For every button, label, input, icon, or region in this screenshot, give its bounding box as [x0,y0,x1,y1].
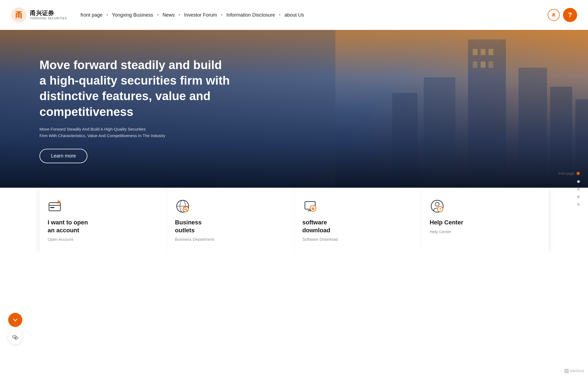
page-dot-item-4[interactable] [577,196,580,198]
svg-text:?: ? [439,208,441,211]
card-open-account[interactable]: I want to open an account Open Account [39,188,167,252]
page-dot-item-5[interactable] [577,203,580,206]
header-logo-btn[interactable]: 甬 [548,9,560,21]
nav-sep-5: • [278,12,282,18]
nav-sep-4: • [220,12,223,18]
svg-point-40 [435,202,439,206]
software-download-icon-area [302,199,318,214]
card-business-outlets-title: Business outlets [175,219,202,234]
nav-item-news[interactable]: News [160,11,177,20]
card-help-center[interactable]: ? Help Center Help Center [421,188,549,252]
card-open-account-sub: Open Account [48,237,73,242]
page-dot-3 [577,188,580,191]
logo-cn: 甬兴证券 [30,10,67,17]
logo[interactable]: 甬 甬兴证券 YONGXING SECURITIES [11,7,67,23]
help-button[interactable]: ? [563,8,577,22]
svg-text:甬: 甬 [15,11,23,19]
learn-more-button[interactable]: Learn more [39,149,87,163]
page-dot-5 [577,203,580,206]
svg-point-31 [183,206,188,212]
header: 甬 甬兴证券 YONGXING SECURITIES front page • … [0,0,588,30]
help-center-icon-area: ? [430,199,445,214]
hero-section: Move forward steadily and build a high-q… [0,30,588,188]
business-outlets-icon [175,199,190,214]
card-business-outlets-sub: Business Department [175,237,214,242]
svg-text:甬: 甬 [552,13,556,17]
page-dot-4 [577,196,580,198]
card-help-center-sub: Help Center [430,229,451,234]
page-dot-label-1: front page [558,171,574,175]
business-outlets-icon-area [175,199,190,214]
card-software-download-sub: Software Download [302,237,338,242]
open-account-icon-area [48,199,63,214]
open-account-icon [48,199,63,214]
card-software-download-title: software download [302,219,330,234]
help-center-icon: ? [430,199,445,214]
logo-en: YONGXING SECURITIES [30,17,67,20]
hero-title: Move forward steadily and build a high-q… [39,57,230,119]
nav-sep-3: • [177,12,181,18]
page-dot-item-1[interactable]: front page [558,171,580,175]
card-business-outlets[interactable]: Business outlets Business Department [167,188,294,252]
nav-item-about-us[interactable]: about Us [282,11,307,20]
header-logo-icon: 甬 [550,12,557,18]
nav-item-yongxing-business[interactable]: Yongxing Business [109,11,156,20]
card-open-account-title: I want to open an account [48,219,88,234]
card-software-download[interactable]: software download Software Download [294,188,422,252]
hero-subtitle: Move Forward Steadily And Build A High-Q… [39,126,230,139]
nav-sep-2: • [156,12,160,18]
logo-icon: 甬 [11,7,27,23]
svg-rect-25 [50,207,54,208]
page-dot-item-3[interactable] [577,188,580,191]
main-nav: front page • Yongxing Business • News • … [78,11,548,20]
nav-item-investor-forum[interactable]: Investor Forum [181,11,220,20]
nav-item-information-disclosure[interactable]: Information Disclosure [224,11,278,20]
header-right: 甬 ? [548,8,577,22]
page-dot-item-2[interactable] [577,180,580,183]
nav-item-front-page[interactable]: front page [78,11,105,20]
bottom-cards: I want to open an account Open Account B… [39,188,549,252]
card-help-center-title: Help Center [430,219,463,227]
page-dots: front page [558,171,580,206]
page-dot-2 [577,180,580,183]
software-download-icon [303,199,317,214]
hero-content: Move forward steadily and build a high-q… [39,57,230,163]
nav-sep-1: • [105,12,109,18]
question-mark-icon: ? [568,11,572,19]
page-dot-1 [577,172,580,175]
